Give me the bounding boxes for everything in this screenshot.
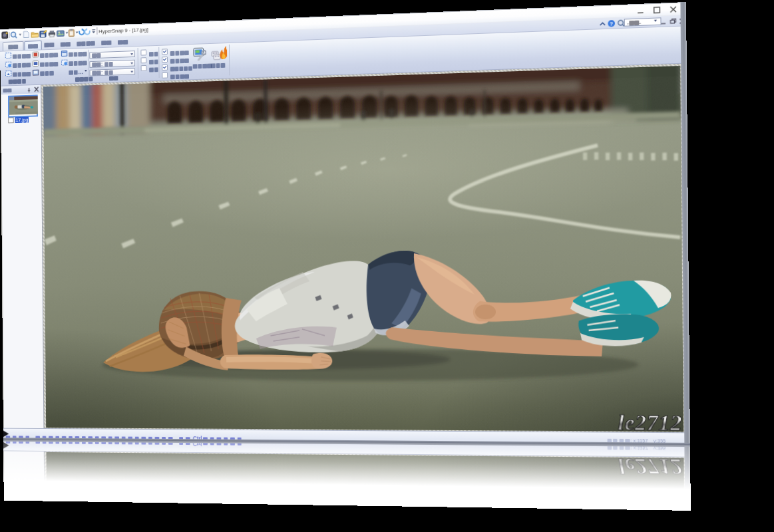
svg-text:?: ?	[610, 21, 614, 27]
svg-text:le2712: le2712	[618, 410, 682, 432]
